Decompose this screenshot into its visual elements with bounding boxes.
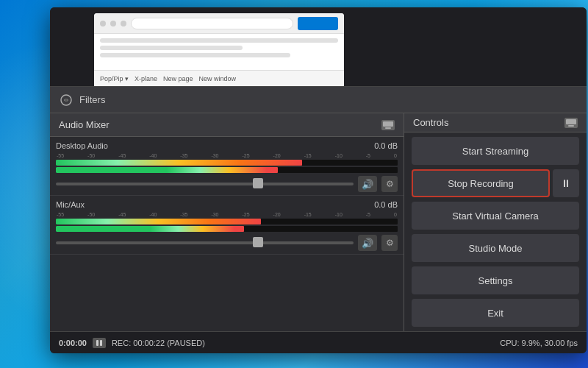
channel2-vu-level	[56, 219, 261, 224]
controls-header: Controls	[404, 113, 587, 132]
pause-bar-1	[96, 340, 98, 346]
channel1-fader-track[interactable]	[56, 183, 354, 185]
stop-recording-button[interactable]: Stop Recording	[412, 169, 550, 197]
channel2-settings-button[interactable]: ⚙	[381, 235, 398, 251]
browser-action-button[interactable]	[298, 17, 338, 30]
status-cpu-text: CPU: 9.9%, 30.00 fps	[500, 339, 578, 347]
filters-bar: Filters	[50, 87, 587, 113]
channel2-controls: 🔊 ⚙	[56, 235, 398, 251]
channel2-header: Mic/Aux 0.0 dB	[56, 200, 398, 209]
studio-mode-button[interactable]: Studio Mode	[412, 234, 579, 262]
exit-button[interactable]: Exit	[412, 299, 579, 327]
record-row: Stop Recording ⏸	[412, 169, 579, 197]
channel1-db: 0.0 dB	[374, 141, 398, 150]
channel1-header: Desktop Audio 0.0 dB	[56, 141, 398, 150]
obs-studio-window: Pop/Pip ▾ X-plane New page New window Fi…	[50, 7, 587, 353]
audio-channels: Desktop Audio 0.0 dB -55 -50 -45 -40 -35…	[50, 137, 404, 331]
channel-mic-aux: Mic/Aux 0.0 dB -55 -50 -45 -40 -35 -30 -…	[50, 196, 404, 255]
content-line-3	[100, 53, 290, 57]
audio-mixer-title: Audio Mixer	[59, 119, 110, 130]
channel1-controls: 🔊 ⚙	[56, 176, 398, 192]
browser-tab-4[interactable]: New window	[199, 75, 237, 82]
channel1-name: Desktop Audio	[56, 141, 108, 150]
channel2-mute-button[interactable]: 🔊	[358, 235, 377, 251]
channel1-mute-icon: 🔊	[362, 179, 373, 190]
preview-area: Pop/Pip ▾ X-plane New page New window	[50, 7, 587, 87]
channel1-settings-button[interactable]: ⚙	[381, 176, 398, 192]
start-streaming-button[interactable]: Start Streaming	[412, 137, 579, 165]
controls-title: Controls	[413, 117, 448, 128]
recording-pause-button[interactable]: ⏸	[553, 169, 579, 197]
channel1-vu-level	[56, 160, 302, 166]
channel2-db: 0.0 dB	[374, 200, 398, 209]
browser-tabs: Pop/Pip ▾ X-plane New page New window	[94, 70, 344, 86]
controls-menu-button[interactable]	[564, 118, 578, 128]
vu-scale-2: -55 -50 -45 -40 -35 -30 -25 -20 -15 -10 …	[56, 212, 398, 217]
filters-label[interactable]: Filters	[79, 94, 105, 105]
browser-dot2	[110, 21, 116, 26]
channel1-vu-bar	[56, 160, 398, 166]
panels-area: Audio Mixer Desktop Audio 0.0 dB -55 -50…	[50, 113, 587, 331]
channel2-vu-level2	[56, 226, 244, 232]
channel-desktop-audio: Desktop Audio 0.0 dB -55 -50 -45 -40 -35…	[50, 137, 404, 196]
settings-button[interactable]: Settings	[412, 266, 579, 294]
channel1-vu-bar2	[56, 167, 398, 173]
browser-content	[94, 34, 344, 65]
browser-tab-1[interactable]: Pop/Pip ▾	[100, 75, 129, 82]
vu-scale-1: -55 -50 -45 -40 -35 -30 -25 -20 -15 -10 …	[56, 153, 398, 158]
channel1-mute-button[interactable]: 🔊	[358, 176, 377, 192]
browser-dot1	[100, 21, 106, 26]
channel2-name: Mic/Aux	[56, 200, 85, 209]
channel2-vu-bar	[56, 219, 398, 224]
audio-mixer-menu-button[interactable]	[381, 120, 395, 130]
audio-mixer-panel: Audio Mixer Desktop Audio 0.0 dB -55 -50…	[50, 113, 404, 331]
channel2-fader-track[interactable]	[56, 241, 354, 244]
browser-bar	[94, 13, 344, 34]
browser-dot3	[121, 21, 126, 26]
channel2-gear-icon: ⚙	[386, 238, 394, 248]
browser-tab-2[interactable]: X-plane	[135, 75, 157, 82]
controls-buttons: Start Streaming Stop Recording ⏸ Start V…	[404, 132, 587, 331]
browser-tab-3[interactable]: New page	[163, 75, 193, 82]
status-bar: 0:00:00 REC: 00:00:22 (PAUSED) CPU: 9.9%…	[50, 331, 587, 353]
pause-bar-2	[100, 340, 102, 346]
status-time: 0:00:00	[59, 339, 87, 347]
channel1-vu-level2	[56, 167, 278, 173]
channel2-fader-thumb[interactable]	[253, 237, 263, 247]
controls-panel: Controls Start Streaming Stop Recording …	[404, 113, 587, 331]
start-virtual-camera-button[interactable]: Start Virtual Camera	[412, 202, 579, 230]
svg-point-1	[65, 99, 68, 102]
audio-mixer-header: Audio Mixer	[50, 113, 404, 137]
status-pause-button[interactable]	[93, 338, 106, 348]
pause-icon: ⏸	[561, 177, 571, 189]
channel2-mute-icon: 🔊	[362, 238, 373, 249]
channel2-vu-bar2	[56, 226, 398, 232]
channel1-gear-icon: ⚙	[386, 179, 394, 189]
content-line-1	[100, 38, 338, 43]
channel1-fader-thumb[interactable]	[253, 178, 263, 188]
status-rec-text: REC: 00:00:22 (PAUSED)	[112, 339, 205, 347]
filters-icon	[59, 93, 74, 107]
content-line-2	[100, 46, 243, 50]
browser-address-bar[interactable]	[131, 18, 293, 29]
